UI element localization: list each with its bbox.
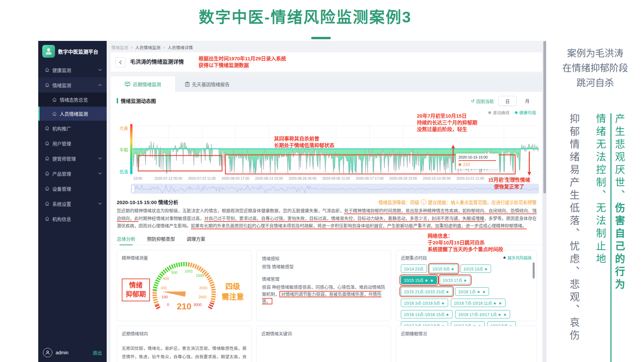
main-scrollbar[interactable] xyxy=(543,41,546,362)
period-tag[interactable]: 10/15 9点★ xyxy=(429,264,458,273)
key-periods-title: 近期重点时段 xyxy=(401,254,427,261)
star-icon: ★ xyxy=(445,312,449,317)
period-tag[interactable]: 10/14 23点 xyxy=(401,264,427,273)
tendency-title: 近期情绪倾向 xyxy=(122,330,247,337)
period-tag[interactable]: 10/15 15点★ ★ xyxy=(401,276,437,284)
sidebar-brand: 数字中医监测平台 xyxy=(38,41,107,62)
sidebar-item-情绪态势总览[interactable]: 情绪态势总览 xyxy=(38,93,107,107)
arrow-up-icon xyxy=(451,145,455,163)
gauge-tick-label: 0 xyxy=(167,303,169,307)
tooltip-dot xyxy=(459,163,461,166)
section-header: 情绪监测动态图 xyxy=(117,97,156,104)
vertical-note-teal-2: 产生悲观厌世、伤害自己的行为 xyxy=(610,113,625,362)
gauge-tick-label: 300 xyxy=(161,286,167,290)
x-axis-tick: 2020-09-17 17:00 xyxy=(356,176,384,180)
x-axis-tick: 2020-09-06 11:00 xyxy=(322,176,350,180)
tab-先天基因情绪报告[interactable]: 先天基因情绪报告 xyxy=(175,76,239,92)
sub-tab-总体分析[interactable]: 总体分析 xyxy=(117,235,136,245)
chevron-down-icon xyxy=(98,202,102,205)
section-accent-bar xyxy=(117,98,118,104)
tendency-segment: 无原因忧郁，情绪化，易妒忌，意志消沉悲观，情绪敏感性高，慈悲情怀，焦虑，钻牛角尖… xyxy=(122,346,247,362)
sidebar-item-label: 情绪监测 xyxy=(52,82,71,88)
sidebar-item-系统设置[interactable]: 系统设置 xyxy=(38,196,107,211)
sidebar-footer: admin 退出 xyxy=(38,343,107,362)
keywords-title: 近期情绪关键词 xyxy=(261,330,386,337)
x-axis-tick: 2020-09-28 23:00 xyxy=(389,176,417,180)
legend-item-波动曲线[interactable]: 波动曲线 xyxy=(488,109,509,116)
gauge-card-title: 精神情绪测量 xyxy=(122,254,148,261)
period-tag[interactable]: 10/16 17点-10/17 1点★ ★ xyxy=(455,310,510,318)
main-scrollbar-thumb[interactable] xyxy=(543,41,546,193)
vertical-annotations: 抑郁情绪易产生低落、忧虑、悲观、哀伤 情绪无法控制、无法制止地 产生悲观厌世、伤… xyxy=(568,113,625,362)
star-icon: ★ xyxy=(463,278,467,283)
annotation-recovery: 11月初 生理性情绪便恢复正常了 xyxy=(482,177,536,190)
analysis-text: 您近期的精神情绪状态为抑郁级，五脏决定人的情志，根据观测您近期身体健康数据，您的… xyxy=(117,208,344,213)
tendency-text: 无原因忧郁，情绪化，易妒忌，意志消沉悲观，情绪敏感性高，慈悲情怀，焦虑，钻牛角尖… xyxy=(122,345,247,362)
sidebar-item-产品管理[interactable]: 产品管理 xyxy=(38,166,107,181)
star-icon: ★ ★ xyxy=(477,290,486,294)
chart-navigator[interactable] xyxy=(131,184,539,194)
legend-dot xyxy=(488,111,491,114)
main-content: 情绪监测>人员情绪监测>人员情绪详情 毛洪涛的情绪监测详情 根据出生时间1970… xyxy=(107,41,546,362)
period-tag[interactable]: 10/16 3点-10/16 5点★ xyxy=(401,299,448,307)
management-value: 很弱 神经情绪敏感度很高，同感心强，心境低落，难启动情绪防御机制，对情绪的调节能… xyxy=(262,284,385,305)
sub-tab-预防抑郁类型[interactable]: 预防抑郁类型 xyxy=(147,235,175,245)
breadcrumb-item[interactable]: 人员情绪监测 xyxy=(135,44,160,51)
sub-tab-调理方案[interactable]: 调理方案 xyxy=(186,235,205,245)
chart-controls: ↺ 回到当前 日月 xyxy=(471,96,536,106)
range-button-日[interactable]: 日 xyxy=(498,96,517,106)
grade-label: 四级需注意 xyxy=(222,281,244,302)
current-user: admin xyxy=(56,350,68,355)
sidebar-item-情绪监测[interactable]: 情绪监测 xyxy=(38,77,107,93)
brand-name: 数字中医监测平台 xyxy=(58,48,98,55)
sidebar-item-机构信息[interactable]: 机构信息 xyxy=(38,211,107,226)
sleep-card: 近期睡眠情况 xyxy=(396,326,537,362)
cards-row-1: 精神情绪测量 010030040050010011500200028003000… xyxy=(117,250,537,321)
y-axis-label-低落: 低落 xyxy=(119,168,128,175)
sidebar-item-label: 健康监测 xyxy=(52,67,71,73)
report-icon xyxy=(185,82,190,87)
gauge-card: 精神情绪测量 010030040050010011500200028003000… xyxy=(117,250,252,321)
logout-button[interactable]: 退出 xyxy=(93,349,102,356)
sidebar-item-健康监测[interactable]: 健康监测 xyxy=(38,62,107,77)
navigator-handle[interactable] xyxy=(131,185,135,193)
sidebar-item-设备管理[interactable]: 设备管理 xyxy=(38,181,107,196)
sidebar-item-label: 人员情绪监测 xyxy=(60,110,88,117)
range-toggle: 日月 xyxy=(498,96,536,106)
chevron-down-icon xyxy=(98,157,102,160)
star-icon: ★ ★ xyxy=(425,278,434,283)
chevron-down-icon xyxy=(98,69,102,71)
sidebar-item-人员情绪监测[interactable]: 人员情绪监测 xyxy=(38,107,107,121)
breadcrumb-item[interactable]: 情绪监测 xyxy=(111,44,128,51)
gauge-tick-label: 100 xyxy=(162,295,168,299)
annotation-net-info: 网络信息：于20年10月15日跳河自杀系统提醒了当天的多个重点时间段 xyxy=(428,233,503,253)
sidebar-item-健管师管理[interactable]: 健管师管理 xyxy=(38,151,107,166)
tendency-card: 近期情绪倾向 无原因忧郁，情绪化，易妒忌，意志消沉悲观，情绪敏感性高，慈悲情怀，… xyxy=(117,326,252,362)
period-tag[interactable]: 10/16 13点-10/16 15点★ xyxy=(401,310,452,318)
period-tag[interactable]: 10/15 17点★ xyxy=(440,276,470,284)
app-logo-icon xyxy=(42,45,55,58)
back-button[interactable] xyxy=(115,57,125,67)
navigator-wave xyxy=(131,185,538,193)
tab-近期情绪监测[interactable]: 近期情绪监测 xyxy=(111,76,175,92)
period-tag[interactable]: 10/15 21点-10/15 23点★ xyxy=(401,287,452,296)
analysis-heading: 2020-10-15 15:00 情绪分析 xyxy=(117,198,178,205)
period-tag[interactable]: 10/16 1点★ ★ xyxy=(455,287,489,296)
card-scrollbar-thumb[interactable] xyxy=(533,262,535,279)
legend-label: 波动曲线 xyxy=(493,109,509,116)
risk-hint: ★ 越多风险越高 xyxy=(502,255,532,260)
legend-item-健康均值[interactable]: 健康均值 xyxy=(515,109,536,116)
x-axis-tick: -30 23:00 xyxy=(133,176,142,180)
star-icon: ★ xyxy=(445,290,449,294)
sidebar-item-用户管理[interactable]: 用户管理 xyxy=(38,136,107,151)
period-tag[interactable]: 10/16 7点-10/16 11点★ ★ xyxy=(451,299,505,307)
period-tag[interactable]: 10/15 13点★ xyxy=(461,264,491,273)
sidebar-item-机构推广[interactable]: 机构推广 xyxy=(38,121,107,136)
vertical-note-teal-1: 情绪无法控制、无法制止地 xyxy=(594,113,606,362)
perception-title: 情绪感知 xyxy=(262,255,385,261)
sidebar-item-label: 设备管理 xyxy=(52,185,71,192)
x-axis-tick: 2020-07-23 11:00 xyxy=(188,176,216,180)
star-icon: ★ xyxy=(502,255,506,260)
back-to-current-button[interactable]: ↺ 回到当前 xyxy=(471,98,494,104)
range-button-月[interactable]: 月 xyxy=(519,96,536,105)
